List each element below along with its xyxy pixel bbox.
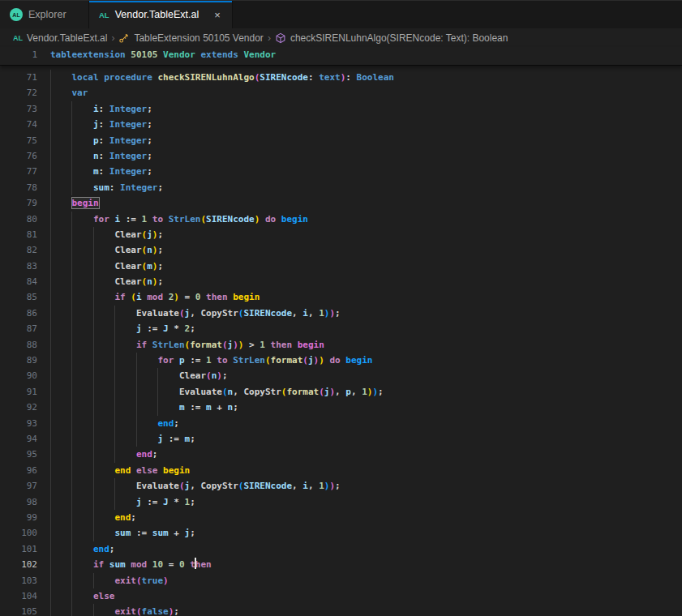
line-number[interactable]: 99 bbox=[0, 510, 50, 525]
line-number[interactable]: 78 bbox=[0, 180, 50, 195]
line-number[interactable]: 1 bbox=[0, 47, 50, 62]
code-line[interactable]: 89 for p := 1 to StrLen(format(j)) do be… bbox=[0, 353, 682, 368]
code-line[interactable]: 71 local procedure checkSIRENLuhnAlgo(SI… bbox=[0, 70, 682, 85]
code-line[interactable]: 83 Clear(m); bbox=[0, 259, 682, 274]
indent-guide bbox=[71, 321, 72, 336]
line-number[interactable]: 94 bbox=[0, 431, 50, 447]
line-number[interactable]: 88 bbox=[0, 337, 50, 353]
code-line[interactable]: 1tableextension 50105 Vendor extends Ven… bbox=[0, 47, 682, 62]
line-number[interactable]: 80 bbox=[0, 212, 50, 227]
code-line[interactable]: 76 n: Integer; bbox=[0, 148, 682, 164]
line-number[interactable]: 103 bbox=[0, 573, 50, 588]
code-line[interactable]: 101 end; bbox=[0, 541, 682, 557]
code-line[interactable]: 96 end else begin bbox=[0, 463, 682, 478]
line-number[interactable]: 104 bbox=[0, 588, 50, 604]
close-icon[interactable]: × bbox=[212, 9, 222, 21]
line-number[interactable]: 83 bbox=[0, 259, 50, 274]
code-line[interactable]: 81 Clear(j); bbox=[0, 227, 682, 242]
code-line[interactable]: 104 else bbox=[0, 588, 682, 604]
line-number[interactable]: 86 bbox=[0, 306, 50, 321]
code-token: : bbox=[99, 151, 109, 161]
code-line[interactable]: 97 Evaluate(j, CopyStr(SIRENcode, i, 1))… bbox=[0, 478, 682, 494]
code-line[interactable]: 88 if StrLen(format(j)) > 1 then begin bbox=[0, 337, 682, 353]
line-number[interactable]: 96 bbox=[0, 463, 50, 478]
code-line[interactable]: 85 if (i mod 2) = 0 then begin bbox=[0, 289, 682, 305]
line-number[interactable]: 85 bbox=[0, 289, 50, 305]
line-number[interactable]: 81 bbox=[0, 227, 50, 242]
code-line[interactable]: 87 j := J * 2; bbox=[0, 321, 682, 336]
code-line[interactable]: 100 sum := sum + j; bbox=[0, 525, 682, 541]
code-token: := bbox=[120, 214, 142, 225]
code-token: Clear bbox=[179, 370, 206, 381]
line-number[interactable]: 84 bbox=[0, 274, 50, 289]
code-line[interactable]: 74 j: Integer; bbox=[0, 117, 682, 132]
code-line[interactable]: 99 end; bbox=[0, 510, 682, 525]
line-number[interactable]: 74 bbox=[0, 117, 50, 132]
indent-guide bbox=[114, 306, 115, 321]
code-token: var bbox=[72, 88, 88, 98]
code-token bbox=[265, 340, 271, 350]
code-line[interactable]: 79 begin bbox=[0, 195, 682, 211]
line-number[interactable]: 97 bbox=[0, 478, 50, 494]
line-number[interactable]: 87 bbox=[0, 321, 50, 336]
line-number[interactable]: 105 bbox=[0, 604, 50, 616]
code-token: if bbox=[114, 292, 131, 302]
line-number[interactable]: 102 bbox=[0, 557, 50, 572]
code-line[interactable]: 102 if sum mod 10 = 0 then bbox=[0, 557, 682, 572]
line-number[interactable]: 73 bbox=[0, 101, 50, 117]
code-token: text bbox=[319, 72, 341, 83]
code-line[interactable]: 78 sum: Integer; bbox=[0, 180, 682, 195]
code-token: Boolean bbox=[357, 72, 394, 83]
code-line[interactable]: 98 j := J * 1; bbox=[0, 494, 682, 510]
line-number[interactable]: 71 bbox=[0, 70, 50, 85]
line-number[interactable]: 100 bbox=[0, 525, 50, 541]
code-line[interactable]: 90 Clear(n); bbox=[0, 368, 682, 383]
code-line[interactable]: 103 exit(true) bbox=[0, 573, 682, 588]
code-line[interactable]: 94 j := m; bbox=[0, 431, 682, 447]
line-number[interactable]: 95 bbox=[0, 447, 50, 462]
breadcrumb-item[interactable]: ALVendor.TableExt.al bbox=[13, 32, 107, 44]
line-number[interactable]: 101 bbox=[0, 541, 50, 557]
code-line[interactable]: 86 Evaluate(j, CopyStr(SIRENcode, i, 1))… bbox=[0, 306, 682, 321]
code-line[interactable]: 77 m: Integer; bbox=[0, 164, 682, 179]
code-line[interactable]: 105 exit(false); bbox=[0, 604, 682, 616]
line-number[interactable]: 75 bbox=[0, 133, 50, 148]
tab-vendor-tableext[interactable]: AL Vendor.TableExt.al × bbox=[89, 1, 233, 28]
code-token: Evaluate bbox=[179, 387, 222, 397]
indent-guide bbox=[93, 431, 94, 447]
tab-explorer[interactable]: AL Explorer bbox=[0, 1, 89, 28]
line-number[interactable]: 72 bbox=[0, 85, 50, 101]
code-line[interactable]: 82 Clear(n); bbox=[0, 242, 682, 258]
code-token: + bbox=[212, 402, 228, 413]
indent-guide bbox=[93, 416, 94, 431]
tab-label: Explorer bbox=[28, 9, 66, 20]
breadcrumb-item[interactable]: checkSIRENLuhnAlgo(SIRENcode: Text): Boo… bbox=[275, 32, 508, 44]
line-number[interactable]: 89 bbox=[0, 353, 50, 368]
code-line[interactable]: 91 Evaluate(n, CopyStr(format(j), p, 1))… bbox=[0, 384, 682, 400]
line-number[interactable]: 82 bbox=[0, 242, 50, 258]
code-token: ; bbox=[174, 606, 179, 616]
code-token: : bbox=[99, 166, 109, 177]
code-line[interactable]: 93 end; bbox=[0, 416, 682, 431]
code-token: Integer bbox=[109, 104, 147, 114]
code-line[interactable]: 73 i: Integer; bbox=[0, 101, 682, 117]
code-line[interactable]: 92 m := m + n; bbox=[0, 400, 682, 415]
code-token: p bbox=[345, 387, 351, 397]
line-number[interactable]: 93 bbox=[0, 416, 50, 431]
code-token: do bbox=[329, 355, 345, 366]
code-line[interactable]: 75 p: Integer; bbox=[0, 133, 682, 148]
code-line[interactable]: 72 var bbox=[0, 85, 682, 101]
line-number[interactable]: 77 bbox=[0, 164, 50, 179]
line-number[interactable]: 79 bbox=[0, 195, 50, 211]
code-line[interactable]: 95 end; bbox=[0, 447, 682, 462]
line-number[interactable]: 91 bbox=[0, 384, 50, 400]
line-number[interactable]: 92 bbox=[0, 400, 50, 415]
line-number[interactable]: 98 bbox=[0, 494, 50, 510]
line-number[interactable]: 76 bbox=[0, 148, 50, 164]
sticky-scroll-line[interactable]: 1tableextension 50105 Vendor extends Ven… bbox=[0, 47, 682, 66]
code-editor[interactable]: 71 local procedure checkSIRENLuhnAlgo(SI… bbox=[0, 66, 682, 616]
breadcrumb-item[interactable]: TableExtension 50105 Vendor bbox=[118, 32, 263, 44]
code-line[interactable]: 80 for i := 1 to StrLen(SIRENcode) do be… bbox=[0, 212, 682, 227]
code-line[interactable]: 84 Clear(n); bbox=[0, 274, 682, 289]
line-number[interactable]: 90 bbox=[0, 368, 50, 383]
